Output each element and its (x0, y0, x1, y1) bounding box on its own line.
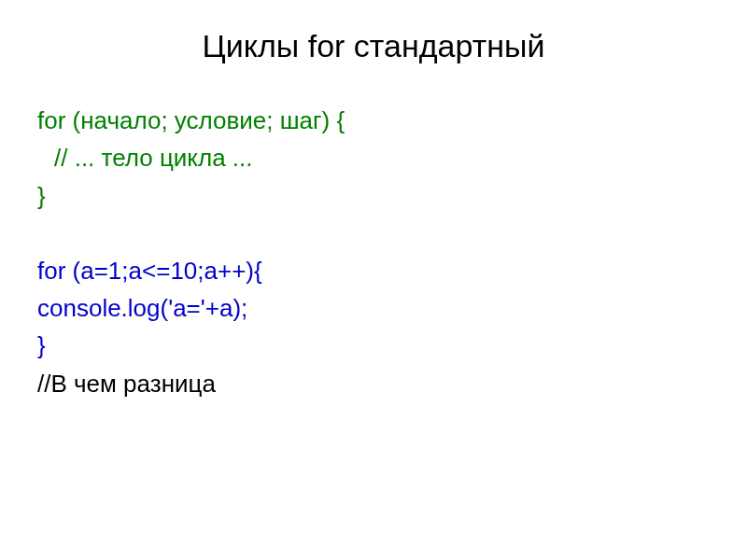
slide-title: Циклы for стандартный (37, 28, 710, 64)
code-close-brace-2: } (37, 327, 710, 364)
code-for-signature: for (начало; условие; шаг) { (37, 102, 710, 139)
code-console-log: console.log('a='+a); (37, 289, 710, 327)
code-body-comment: // ... тело цикла ... (37, 139, 710, 176)
code-comment-question: //В чем разница (37, 365, 710, 402)
code-for-example: for (a=1;a<=10;a++){ (37, 252, 710, 289)
blank-line (37, 215, 710, 252)
code-close-brace-1: } (37, 177, 710, 215)
